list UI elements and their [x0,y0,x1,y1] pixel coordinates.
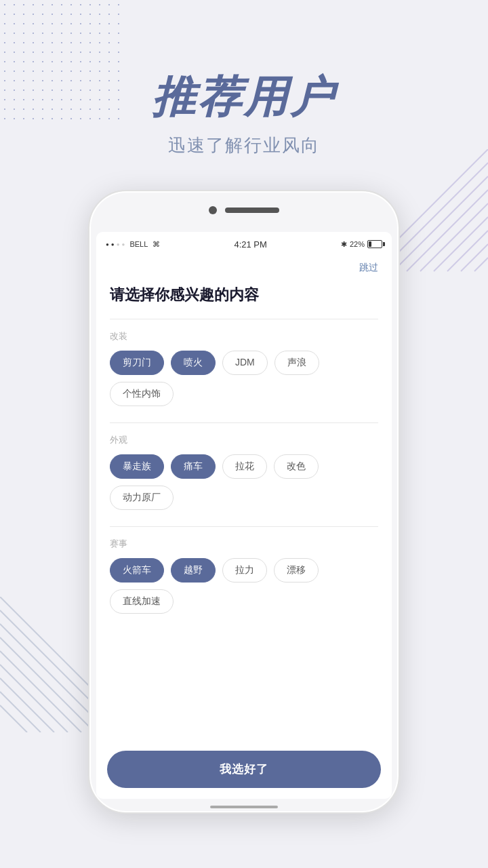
status-bar-left: ● ● ● ● BELL ⌘ [106,240,160,249]
status-bar: ● ● ● ● BELL ⌘ 4:21 PM ✱ 22% [96,232,392,256]
silent-switch [88,279,89,300]
tags-row-racing: 火箭车 越野 拉力 漂移 [110,558,378,583]
tag-gexingneishi[interactable]: 个性内饰 [110,382,174,406]
power-button [399,300,400,340]
tag-penhuo[interactable]: 喷火 [171,351,216,375]
confirm-button[interactable]: 我选好了 [107,751,381,788]
earpiece-speaker [225,208,279,213]
signal-dot-1: ● [106,241,109,248]
screen-footer: 我选好了 [96,743,392,799]
section-modification: 改装 剪刀门 喷火 JDM 声浪 个性内饰 [110,319,378,406]
signal-dot-3: ● [117,241,120,248]
svg-line-5 [434,217,488,271]
phone-screen: ● ● ● ● BELL ⌘ 4:21 PM ✱ 22% [96,232,392,799]
svg-line-16 [0,665,68,732]
front-camera-dot [209,206,217,214]
volume-down-button [88,361,89,398]
status-bar-time: 4:21 PM [160,239,341,250]
svg-line-4 [420,203,488,271]
section-appearance: 外观 暴走族 痛车 拉花 改色 动力原厂 [110,422,378,510]
tag-zhixianjiasu[interactable]: 直线加速 [110,589,174,614]
tag-jiandaomen[interactable]: 剪刀门 [110,351,164,375]
battery-percent: 22% [350,240,365,248]
tag-yueye[interactable]: 越野 [171,558,216,583]
front-camera-area [209,206,279,214]
svg-line-8 [474,258,488,271]
page-sub-title: 迅速了解行业风向 [0,134,488,157]
bluetooth-icon: ✱ [341,240,347,249]
section-label-racing: 赛事 [110,538,378,550]
tag-jdm[interactable]: JDM [222,351,268,375]
tag-shenglang[interactable]: 声浪 [274,351,319,375]
tag-gaise[interactable]: 改色 [274,454,319,479]
svg-line-14 [0,637,95,732]
tags-row-appearance-2: 动力原厂 [110,486,378,510]
battery-fill [369,241,371,247]
tags-row-appearance: 暴走族 痛车 拉花 改色 [110,454,378,479]
section-label-modification: 改装 [110,330,378,342]
signal-dot-2: ● [111,241,115,248]
skip-row: 跳过 [110,256,378,277]
battery-icon [367,240,382,248]
skip-button[interactable]: 跳过 [359,262,378,274]
screen-title: 请选择你感兴趣的内容 [110,285,378,305]
section-racing: 赛事 火箭车 越野 拉力 漂移 直线加速 [110,526,378,614]
svg-line-2 [393,176,488,271]
section-divider-3 [110,526,378,527]
tags-row-racing-2: 直线加速 [110,589,378,614]
svg-line-17 [0,678,54,732]
tags-row-modification-2: 个性内饰 [110,382,378,406]
section-divider-2 [110,422,378,423]
tag-dongliyuanchang[interactable]: 动力原厂 [110,486,174,510]
home-indicator [210,806,278,808]
section-divider-1 [110,319,378,319]
svg-line-3 [407,190,488,271]
screen-content[interactable]: 跳过 请选择你感兴趣的内容 改装 剪刀门 喷火 JDM 声浪 个性内饰 [96,256,392,743]
title-area: 推荐用户 迅速了解行业风向 [0,68,488,157]
page-main-title: 推荐用户 [0,68,488,127]
svg-line-15 [0,651,81,732]
signal-dot-4: ● [122,241,125,248]
wifi-icon: ⌘ [152,240,160,249]
carrier-name: BELL [129,240,148,248]
tag-huojianc[interactable]: 火箭车 [110,558,164,583]
phone-mockup: ● ● ● ● BELL ⌘ 4:21 PM ✱ 22% [88,190,400,814]
volume-up-button [88,313,89,351]
tag-lahua[interactable]: 拉花 [222,454,267,479]
tags-row-modification: 剪刀门 喷火 JDM 声浪 [110,351,378,375]
section-label-appearance: 外观 [110,434,378,446]
svg-line-19 [0,705,27,732]
tag-baozouzu[interactable]: 暴走族 [110,454,164,479]
svg-line-7 [461,244,488,271]
tag-tongche[interactable]: 痛车 [171,454,216,479]
phone-outer-shell: ● ● ● ● BELL ⌘ 4:21 PM ✱ 22% [88,190,400,814]
tag-piaoy[interactable]: 漂移 [274,558,319,583]
tag-lali[interactable]: 拉力 [222,558,267,583]
status-bar-right: ✱ 22% [341,240,382,249]
